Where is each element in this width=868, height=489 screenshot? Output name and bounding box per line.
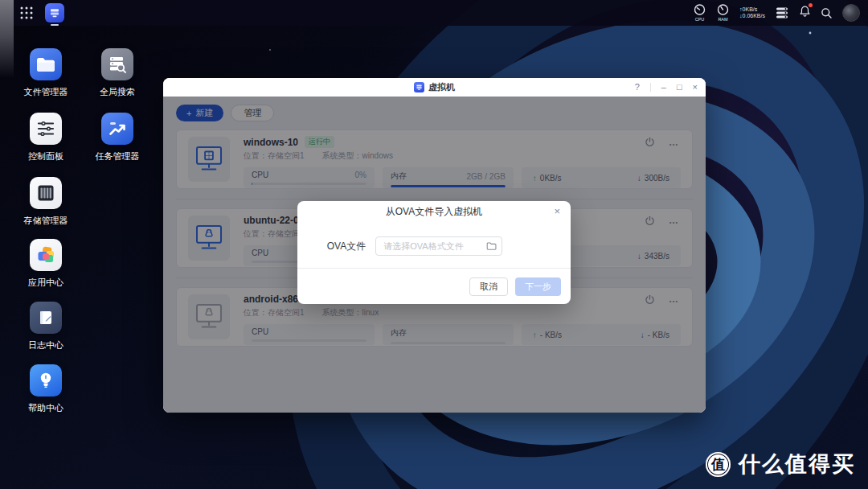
desktop-icon-file-manager[interactable]: 文件管理器 — [10, 48, 82, 98]
disk-array-icon — [30, 177, 62, 209]
svg-text:RAM: RAM — [718, 17, 728, 22]
desktop-icon-label: 控制面板 — [28, 150, 63, 162]
import-ova-modal: 从OVA文件导入虚拟机 × OVA文件 取消 下一步 — [297, 201, 571, 304]
desktop-icon-app-center[interactable]: 应用中心 — [10, 239, 82, 289]
trend-chart-icon — [101, 113, 133, 145]
modal-close-icon[interactable]: × — [554, 205, 560, 217]
ova-file-label: OVA文件 — [327, 240, 366, 253]
desktop-icon-control-panel[interactable]: 控制面板 — [10, 113, 82, 162]
folder-icon — [30, 48, 62, 80]
modal-body: OVA文件 — [297, 236, 571, 256]
close-button[interactable]: × — [693, 78, 698, 97]
desktop-icon-storage-manager[interactable]: 存储管理器 — [10, 177, 82, 227]
desktop-icon-label: 任务管理器 — [96, 150, 140, 162]
desktop-icon-label: 全局搜索 — [100, 86, 135, 98]
notifications-bell[interactable] — [799, 5, 811, 21]
next-step-button[interactable]: 下一步 — [515, 277, 561, 296]
task-list-icon[interactable] — [775, 6, 789, 19]
log-notebook-icon — [30, 302, 62, 334]
maximize-button[interactable]: □ — [677, 78, 682, 97]
minimize-button[interactable]: – — [661, 78, 666, 97]
desktop-icon-global-search[interactable]: 全局搜索 — [81, 48, 154, 98]
lightbulb-icon — [30, 364, 62, 397]
vm-server-icon — [49, 7, 60, 18]
desktop-icon-label: 日志中心 — [28, 339, 63, 351]
taskbar: CPU RAM ↑0KB/s ↓0.06KB/s — [0, 0, 868, 26]
desktop-icon-label: 文件管理器 — [24, 86, 68, 98]
net-down-speed: ↓0.06KB/s — [739, 13, 765, 19]
smzdm-logo-badge: 值 — [706, 452, 731, 477]
svg-text:CPU: CPU — [695, 17, 705, 22]
desktop-icon-label: 存储管理器 — [24, 215, 68, 227]
taskbar-vm-app-icon[interactable] — [45, 3, 64, 23]
net-up-speed: ↑0KB/s — [739, 6, 765, 13]
smzdm-watermark-text: 什么值得买 — [739, 450, 855, 479]
vm-app-icon — [414, 82, 424, 92]
browse-folder-icon[interactable] — [486, 241, 497, 251]
cpu-gauge-icon[interactable]: CPU — [693, 3, 706, 23]
modal-header: 从OVA文件导入虚拟机 × — [297, 201, 571, 223]
modal-title: 从OVA文件导入虚拟机 — [386, 205, 482, 219]
modal-footer: 取消 下一步 — [297, 268, 571, 304]
titlebar-divider — [650, 83, 651, 92]
cancel-button[interactable]: 取消 — [469, 277, 508, 296]
help-button[interactable]: ? — [635, 78, 640, 97]
vm-window-titlebar[interactable]: 虚拟机 ? – □ × — [163, 78, 706, 97]
desktop-icon-label: 应用中心 — [28, 277, 63, 289]
network-speed-readout: ↑0KB/s ↓0.06KB/s — [739, 6, 765, 19]
window-title: 虚拟机 — [428, 81, 455, 93]
ram-gauge-icon[interactable]: RAM — [716, 3, 730, 23]
user-avatar[interactable] — [842, 4, 860, 22]
search-icon[interactable] — [821, 7, 833, 19]
desktop-icon-task-manager[interactable]: 任务管理器 — [81, 113, 154, 162]
app-center-icon — [30, 239, 62, 271]
sliders-icon — [30, 113, 62, 145]
screen-edge-strip — [0, 0, 14, 78]
smzdm-watermark: 值 什么值得买 — [706, 450, 855, 479]
desktop-icon-log-center[interactable]: 日志中心 — [10, 302, 82, 351]
desktop-icon-help-center[interactable]: 帮助中心 — [10, 364, 82, 414]
ova-file-input[interactable] — [375, 236, 502, 256]
app-launcher-grid-icon[interactable] — [19, 6, 34, 20]
desktop: CPU RAM ↑0KB/s ↓0.06KB/s — [0, 0, 868, 489]
notification-dot — [809, 3, 813, 7]
server-search-icon — [101, 48, 133, 80]
desktop-icon-label: 帮助中心 — [28, 402, 63, 414]
